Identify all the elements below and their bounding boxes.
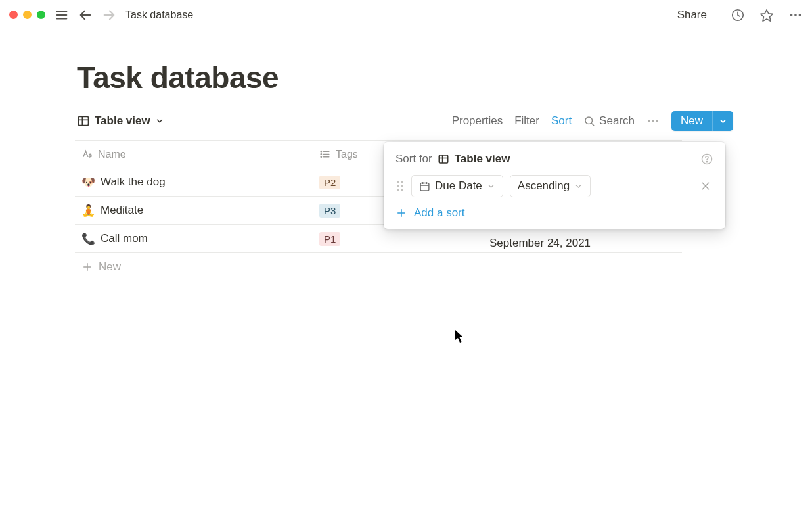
row-emoji: 📞: [81, 232, 95, 246]
svg-marker-6: [761, 9, 773, 20]
help-icon[interactable]: [700, 153, 713, 166]
menu-icon[interactable]: [55, 8, 69, 22]
page-title[interactable]: Task database: [77, 60, 812, 95]
more-menu-icon[interactable]: [788, 8, 803, 22]
svg-point-23: [321, 156, 321, 157]
filter-button[interactable]: Filter: [514, 114, 539, 128]
table-icon: [438, 153, 449, 165]
add-row-button[interactable]: New: [75, 253, 682, 281]
drag-handle-icon[interactable]: [395, 180, 405, 192]
search-button[interactable]: Search: [583, 114, 635, 128]
row-title: Walk the dog: [101, 176, 166, 189]
svg-point-16: [652, 120, 654, 122]
close-icon: [700, 181, 711, 191]
chevron-down-icon: [487, 182, 495, 191]
add-sort-button[interactable]: Add a sort: [395, 206, 713, 220]
sort-popover: Sort for Table view Due Date Ascending A…: [384, 142, 725, 229]
text-property-icon: [81, 149, 93, 160]
svg-point-34: [401, 185, 403, 187]
breadcrumb[interactable]: Task database: [125, 9, 193, 21]
new-record-label: New: [671, 111, 712, 131]
add-row-label: New: [99, 260, 121, 274]
svg-rect-26: [439, 155, 448, 163]
tag-badge: P3: [319, 204, 340, 218]
view-switcher[interactable]: Table view: [77, 114, 164, 128]
svg-point-32: [401, 181, 403, 183]
svg-point-35: [397, 189, 399, 191]
window-controls[interactable]: [9, 11, 45, 19]
calendar-icon: [419, 181, 430, 192]
sort-field-select[interactable]: Due Date: [411, 175, 503, 197]
svg-rect-37: [420, 183, 429, 190]
chevron-down-icon: [155, 116, 164, 126]
svg-point-15: [648, 120, 650, 122]
row-emoji: 🧘: [81, 204, 95, 218]
svg-rect-10: [79, 116, 89, 125]
tag-badge: P1: [319, 232, 340, 246]
chevron-down-icon: [574, 182, 583, 191]
favorite-star-icon[interactable]: [759, 8, 774, 22]
svg-point-21: [321, 151, 321, 152]
svg-point-31: [397, 181, 399, 183]
nav-back-button[interactable]: [78, 8, 93, 22]
row-title: Call mom: [101, 232, 148, 245]
column-header-name-label: Name: [98, 149, 126, 160]
view-switcher-label: Table view: [95, 114, 150, 128]
row-title: Meditate: [101, 204, 143, 217]
svg-point-7: [790, 14, 793, 16]
search-icon: [583, 115, 595, 127]
table-row[interactable]: 📞 Call mom P1: [75, 225, 682, 253]
multiselect-property-icon: [319, 149, 330, 160]
svg-point-33: [397, 185, 399, 187]
sort-direction-label: Ascending: [518, 180, 570, 193]
share-button[interactable]: Share: [677, 9, 707, 22]
search-label: Search: [599, 114, 635, 128]
chevron-down-icon: [719, 117, 727, 126]
cursor-icon: [455, 330, 464, 343]
column-header-name[interactable]: Name: [75, 141, 311, 168]
sort-for-label: Sort for: [395, 153, 432, 166]
tag-badge: P2: [319, 176, 340, 189]
new-record-dropdown[interactable]: [712, 111, 733, 131]
updates-clock-icon[interactable]: [731, 8, 745, 22]
plus-icon: [395, 207, 407, 219]
svg-point-30: [706, 162, 707, 162]
svg-point-9: [799, 14, 801, 16]
fullscreen-window-icon[interactable]: [37, 11, 45, 19]
close-window-icon[interactable]: [9, 11, 18, 19]
more-options-icon[interactable]: [646, 114, 660, 128]
nav-forward-button: [102, 8, 116, 22]
sort-direction-select[interactable]: Ascending: [510, 175, 591, 197]
svg-point-22: [321, 154, 321, 155]
column-header-tags-label: Tags: [336, 149, 358, 160]
svg-point-8: [794, 14, 797, 16]
remove-sort-button[interactable]: [698, 181, 713, 191]
svg-line-14: [591, 123, 594, 126]
properties-button[interactable]: Properties: [452, 114, 503, 128]
sort-button[interactable]: Sort: [551, 114, 572, 128]
new-record-button[interactable]: New: [671, 111, 733, 131]
row-emoji: 🐶: [81, 176, 95, 189]
sort-view-name: Table view: [455, 153, 510, 166]
svg-point-36: [401, 189, 403, 191]
sort-field-label: Due Date: [435, 180, 482, 193]
plus-icon: [81, 261, 93, 273]
add-sort-label: Add a sort: [414, 206, 465, 220]
svg-point-17: [656, 120, 658, 122]
minimize-window-icon[interactable]: [23, 11, 32, 19]
